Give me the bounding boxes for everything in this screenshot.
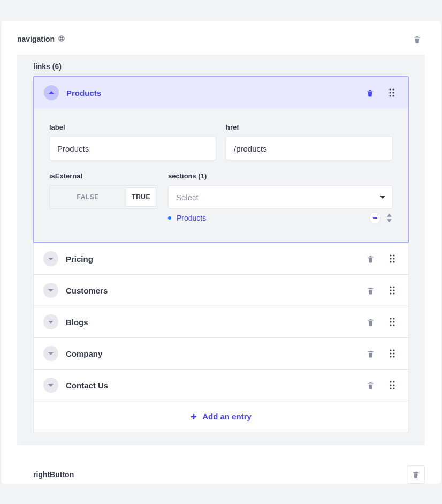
svg-point-30 [393,356,394,357]
isexternal-true[interactable]: TRUE [126,187,156,207]
svg-point-13 [390,286,391,288]
section-link[interactable]: Products [177,214,364,222]
svg-point-35 [390,387,391,389]
sort-arrows [385,213,393,223]
href-field-label: href [226,123,393,131]
link-item-title: Contact Us [66,381,355,390]
link-item-header[interactable]: Customers [34,275,408,306]
link-item-products: Products label [33,76,409,243]
svg-point-14 [393,286,394,288]
svg-point-15 [390,289,391,291]
section-header: navigation [1,21,441,55]
svg-point-4 [389,95,391,96]
svg-point-25 [390,349,391,351]
link-item-title: Customers [66,286,355,295]
href-field: href [226,123,393,160]
svg-point-34 [393,384,394,386]
sections-select[interactable]: Select [168,185,393,209]
link-item-company: Company [33,338,409,370]
link-item-body: label href isExternal [34,108,408,242]
links-block: links (6) Products [17,55,425,445]
delete-link-button[interactable] [362,377,378,393]
rightbutton-label: rightButton [33,470,74,479]
svg-point-3 [392,92,394,93]
expand-toggle[interactable] [43,283,58,298]
svg-rect-6 [373,217,377,219]
remove-section-button[interactable] [369,212,381,224]
svg-point-2 [389,92,391,93]
svg-point-32 [393,381,394,382]
svg-point-26 [393,349,394,351]
section-title-text: navigation [17,35,55,43]
href-input[interactable] [226,137,393,160]
expand-toggle[interactable] [43,378,58,393]
svg-point-36 [393,387,394,389]
section-title: navigation [17,35,65,44]
expand-toggle[interactable] [43,346,58,361]
isexternal-label: isExternal [49,172,158,180]
link-item-header[interactable]: Contact Us [34,370,408,401]
delete-link-button[interactable] [362,345,378,362]
svg-point-1 [392,88,394,90]
link-item-title: Pricing [66,254,355,264]
collapse-toggle[interactable] [44,85,59,100]
drag-handle-icon[interactable] [386,315,399,328]
label-field: label [49,123,216,160]
delete-link-button[interactable] [362,282,378,298]
svg-point-12 [393,261,394,262]
link-item-title: Products [66,88,354,97]
link-item-contact-us: Contact Us [33,370,409,401]
delete-navigation-button[interactable] [409,31,425,47]
links-title: links (6) [17,62,425,76]
drag-handle-icon[interactable] [386,252,399,265]
sort-down-button[interactable] [385,218,393,223]
expand-toggle[interactable] [43,314,58,329]
sections-field: sections (1) Select [168,172,393,224]
svg-point-0 [389,88,391,90]
rightbutton-row: rightButton [1,458,441,484]
link-item-header[interactable]: Company [34,338,408,369]
drag-handle-icon[interactable] [386,284,399,297]
svg-point-27 [390,352,391,354]
delete-link-button[interactable] [362,251,378,267]
sort-up-button[interactable] [385,213,393,218]
svg-point-10 [393,258,394,259]
link-item-header[interactable]: Blogs [34,306,408,337]
link-item-header[interactable]: Pricing [34,243,408,274]
links-items: Products label [17,76,425,445]
svg-point-19 [390,318,391,319]
section-tag-row: Products [168,209,393,224]
svg-point-11 [390,261,391,262]
isexternal-toggle: FALSE TRUE [49,185,158,209]
svg-point-9 [390,258,391,259]
link-item-header[interactable]: Products [34,77,408,108]
delete-link-button[interactable] [362,314,378,330]
svg-point-24 [393,324,394,326]
expand-toggle[interactable] [43,251,58,266]
link-item-title: Blogs [66,318,355,327]
status-dot-icon [168,216,171,220]
svg-point-31 [390,381,391,382]
svg-point-18 [393,292,394,294]
svg-point-5 [392,95,394,96]
svg-point-29 [390,356,391,357]
label-input[interactable] [49,137,216,160]
svg-point-23 [390,324,391,326]
svg-point-33 [390,384,391,386]
drag-handle-icon[interactable] [385,86,398,99]
delete-link-button[interactable] [362,85,378,101]
drag-handle-icon[interactable] [386,379,399,392]
isexternal-field: isExternal FALSE TRUE [49,172,158,224]
svg-point-21 [390,321,391,322]
navigation-card: navigation links (6) Products [1,21,441,484]
delete-rightbutton-button[interactable] [407,465,425,484]
svg-point-20 [393,318,394,319]
add-entry-label: Add an entry [202,412,252,421]
svg-point-7 [390,254,391,256]
link-item-customers: Customers [33,275,409,306]
add-entry-button[interactable]: Add an entry [33,401,409,432]
drag-handle-icon[interactable] [386,347,399,360]
link-item-blogs: Blogs [33,306,409,338]
globe-icon [58,35,65,44]
isexternal-false[interactable]: FALSE [50,186,126,208]
